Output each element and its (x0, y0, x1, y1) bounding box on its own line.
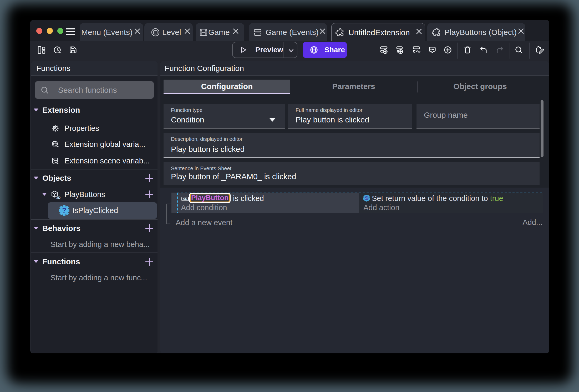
svg-text:2D: 2D (56, 196, 60, 200)
svg-text:?: ? (62, 207, 67, 214)
